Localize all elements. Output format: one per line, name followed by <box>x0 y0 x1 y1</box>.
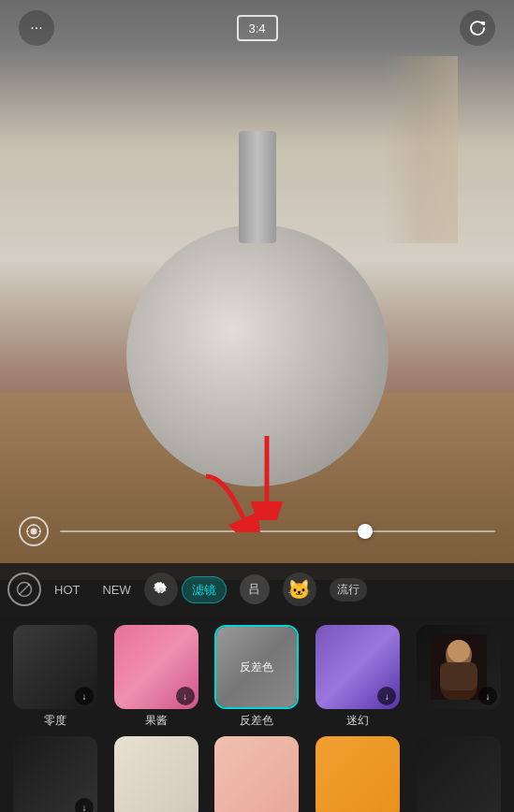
camera-viewfinder <box>0 0 514 580</box>
filter-none-button[interactable] <box>7 573 41 606</box>
svg-rect-16 <box>440 662 477 690</box>
download-badge-guojiang: ↓ <box>176 687 195 705</box>
filter-thumb-mitao <box>214 736 299 812</box>
filter-thumb-fengye <box>316 736 400 812</box>
filter-tab-lv[interactable]: 吕 <box>230 569 279 610</box>
filter-thumb-lingdu: ↓ <box>13 625 97 709</box>
download-badge-person: ↓ <box>478 687 497 705</box>
brightness-slider[interactable] <box>0 513 514 550</box>
download-badge-lingdu: ↓ <box>75 687 94 705</box>
filter-item-fengye[interactable]: 枫叶 <box>310 736 405 812</box>
filter-cat-icon[interactable]: 🐱 <box>283 573 316 606</box>
filter-tab-luji[interactable]: 滤镜 <box>182 576 227 603</box>
filter-item-miyuan[interactable]: ↓ 迷幻 <box>310 625 405 729</box>
filter-thumb-rixi <box>114 736 198 812</box>
svg-line-9 <box>20 585 30 595</box>
filter-item-mitao[interactable]: 蜜桃 <box>210 736 305 812</box>
brightness-icon <box>19 516 49 546</box>
filter-thumb-gangfeng <box>417 736 501 812</box>
download-badge-yingpeng: ↓ <box>75 798 94 812</box>
filter-tab-new[interactable]: NEW <box>93 577 140 602</box>
top-bar: ··· 3:4 <box>0 0 514 56</box>
menu-button[interactable]: ··· <box>19 10 54 46</box>
filter-grid: ↓ 零度 ↓ 果酱 反差色 反差色 ↓ 迷幻 <box>0 616 514 812</box>
filter-tab-liuxing[interactable]: 流行 <box>320 573 376 607</box>
filter-bar: HOT NEW 滤镜 吕 🐱 流行 <box>0 563 514 616</box>
filter-thumb-miyuan: ↓ <box>316 625 400 709</box>
filter-item-gangfeng[interactable]: 港风 <box>411 736 507 812</box>
filter-item-yingpeng[interactable]: ↓ 影棚 <box>7 736 103 812</box>
refresh-button[interactable] <box>460 10 495 46</box>
filter-row-1: ↓ 零度 ↓ 果酱 反差色 反差色 ↓ 迷幻 <box>7 625 507 729</box>
filter-thumb-person: ↓ <box>417 625 501 709</box>
aspect-ratio-button[interactable]: 3:4 <box>237 15 278 41</box>
filter-thumb-fanchase: 反差色 <box>214 625 299 709</box>
brightness-thumb[interactable] <box>358 524 373 539</box>
svg-point-0 <box>31 529 37 535</box>
filter-item-guojiang[interactable]: ↓ 果酱 <box>109 625 204 729</box>
filter-gear-icon[interactable] <box>144 573 178 606</box>
filter-item-person[interactable]: ↓ <box>411 625 507 729</box>
filter-thumb-yingpeng: ↓ <box>13 736 97 812</box>
filter-thumb-guojiang: ↓ <box>114 625 198 709</box>
filter-item-rixi[interactable]: 日系 <box>109 736 204 812</box>
filter-item-fanchase[interactable]: 反差色 反差色 <box>210 625 305 729</box>
brightness-track[interactable] <box>60 530 495 532</box>
filter-item-lingdu[interactable]: ↓ 零度 <box>7 625 103 729</box>
svg-point-15 <box>448 640 470 662</box>
filter-tab-hot[interactable]: HOT <box>45 577 89 602</box>
filter-row-2: ↓ 影棚 日系 蜜桃 枫叶 港风 <box>7 736 507 812</box>
